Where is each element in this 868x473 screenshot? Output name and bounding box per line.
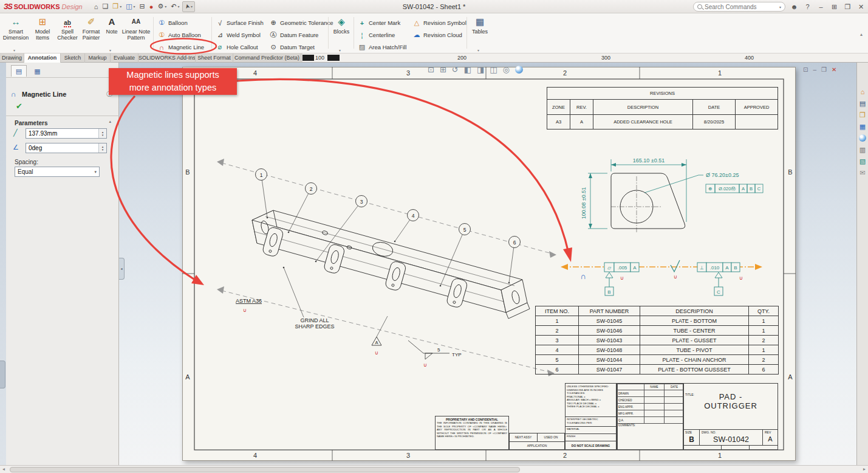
tab-markup[interactable]: Markup bbox=[85, 54, 111, 63]
angle-spinner[interactable]: ▴▾ bbox=[98, 143, 106, 153]
hole-callout-button[interactable]: ⌀Hole Callout bbox=[214, 41, 265, 53]
scroll-right-icon[interactable]: ▸ bbox=[863, 466, 866, 472]
chevron-down-icon[interactable]: ▾ bbox=[109, 48, 111, 52]
blocks-button[interactable]: ◈ Blocks bbox=[330, 15, 352, 52]
angle-input[interactable] bbox=[26, 145, 98, 151]
edit-appearance-icon[interactable] bbox=[515, 66, 523, 74]
scroll-left-icon[interactable]: ◂ bbox=[2, 466, 5, 472]
feature-tree-flyout-tab[interactable] bbox=[0, 361, 5, 388]
home-icon: ⌂ bbox=[94, 3, 98, 10]
forum-icon[interactable]: ✉ bbox=[859, 169, 865, 176]
spacing-select[interactable]: Equal ▾ bbox=[15, 167, 100, 177]
revision-symbol-button[interactable]: △Revision Symbol bbox=[411, 17, 468, 29]
tab-command-predictor[interactable]: Command Predictor (Beta) bbox=[233, 54, 301, 63]
zoom-fit-icon[interactable]: ⊡ bbox=[428, 65, 434, 74]
length-input[interactable] bbox=[26, 130, 98, 137]
datum-feature-button[interactable]: ⒶDatum Feature bbox=[267, 29, 335, 41]
tab-sketch[interactable]: Sketch bbox=[61, 54, 85, 63]
design-library-icon[interactable]: ▤ bbox=[859, 100, 866, 107]
viewport-restore-icon[interactable]: ❐ bbox=[821, 66, 827, 73]
area-hatch-button[interactable]: ▨Area Hatch/Fill bbox=[356, 41, 408, 53]
chevron-down-icon[interactable]: ▾ bbox=[477, 48, 479, 52]
hide-show-icon[interactable]: ◎ bbox=[503, 65, 510, 74]
proprietary-body: THE INFORMATION CONTAINED IN THIS DRAWIN… bbox=[437, 421, 507, 438]
rebuild-button[interactable]: ● bbox=[148, 1, 155, 12]
parameters-header[interactable]: Parameters bbox=[15, 120, 47, 126]
revisions-table[interactable]: REVISIONS ZONE REV. DESCRIPTION DATE APP… bbox=[547, 87, 778, 129]
viewport-minimize-icon[interactable]: – bbox=[813, 66, 816, 73]
save-button[interactable]: ◫▾ bbox=[124, 1, 137, 12]
annotation-callout: Magnetic lines supports more annotation … bbox=[109, 68, 237, 95]
restore-button[interactable]: ❐ bbox=[843, 3, 852, 11]
model-items-button[interactable]: ⊞ Model Items bbox=[30, 15, 55, 52]
panel-collapse-tab[interactable]: ◂ bbox=[119, 258, 125, 280]
search-input[interactable] bbox=[705, 4, 776, 10]
resources-icon[interactable]: ⌂ bbox=[861, 88, 865, 95]
chevron-down-icon[interactable]: ▾ bbox=[13, 48, 15, 52]
center-mark-button[interactable]: +Center Mark bbox=[356, 17, 408, 29]
options-button[interactable]: ⚙▾ bbox=[155, 1, 168, 12]
weld-symbol-button[interactable]: ⊿Weld Symbol bbox=[214, 29, 265, 41]
bom-table[interactable]: ITEM NO. PART NUMBER DESCRIPTION QTY. 1S… bbox=[535, 306, 779, 375]
horizontal-scrollbar[interactable]: ◂ ▸ bbox=[0, 465, 868, 473]
close-button[interactable]: ✕ bbox=[856, 3, 866, 11]
custom-properties-icon[interactable]: ▥ bbox=[859, 146, 866, 153]
view-orientation-icon[interactable]: ◨ bbox=[477, 65, 484, 74]
new-document-button[interactable]: ❏ bbox=[100, 1, 110, 12]
tolerance-group: ⊕Geometric Tolerance ⒶDatum Feature ⊙Dat… bbox=[267, 17, 335, 54]
surface-finish-button[interactable]: √Surface Finish bbox=[214, 17, 265, 29]
appearances-icon[interactable] bbox=[859, 134, 866, 142]
format-painter-button[interactable]: ✐ Format Painter bbox=[79, 15, 103, 52]
magnetic-line-button[interactable]: ∩Magnetic Line bbox=[155, 41, 206, 53]
note-button[interactable]: A Note bbox=[103, 15, 120, 52]
select-tool-button[interactable]: ➤▾ bbox=[182, 1, 195, 12]
auto-balloon-button[interactable]: ①Auto Balloon bbox=[155, 29, 206, 41]
ribbon-collapse-icon[interactable]: ▴ bbox=[860, 32, 863, 37]
spell-checker-button[interactable]: ab Spell Checker bbox=[56, 15, 79, 52]
pin-icon[interactable]: ⊡ bbox=[803, 66, 808, 73]
tab-solidworks-addins[interactable]: SOLIDWORKS Add-Ins bbox=[138, 54, 196, 63]
previous-view-icon[interactable]: ↺ bbox=[452, 65, 459, 74]
home-button[interactable]: ⌂ bbox=[92, 1, 100, 12]
user-account-icon[interactable]: ☻ bbox=[790, 3, 799, 10]
viewport-close-icon[interactable]: ✕ bbox=[832, 66, 836, 73]
zoom-area-icon[interactable]: ⊞ bbox=[440, 65, 446, 74]
balloon-button[interactable]: ①Balloon bbox=[155, 17, 206, 29]
chevron-down-icon[interactable]: ▾ bbox=[339, 48, 341, 52]
button-label: Note bbox=[103, 29, 120, 35]
open-button[interactable]: ❒▾ bbox=[111, 1, 123, 12]
revision-cloud-button[interactable]: ☁Revision Cloud bbox=[411, 29, 468, 41]
geometric-tolerance-button[interactable]: ⊕Geometric Tolerance bbox=[267, 17, 335, 29]
length-spinner[interactable]: ▴▾ bbox=[98, 129, 106, 138]
window-layout-button[interactable]: ⊞ bbox=[830, 3, 839, 11]
ruler-mark: 400 bbox=[745, 55, 754, 61]
tab-drawing[interactable]: Drawing bbox=[0, 54, 24, 63]
print-button[interactable]: ⊟ bbox=[138, 1, 147, 12]
scrollbar-thumb[interactable] bbox=[10, 467, 520, 472]
file-explorer-icon[interactable]: ❒ bbox=[859, 111, 866, 119]
smart-dimension-button[interactable]: ↔ Smart Dimension bbox=[2, 15, 29, 52]
tab-annotation[interactable]: Annotation bbox=[24, 54, 61, 63]
collapse-icon[interactable]: ▴ bbox=[109, 119, 111, 124]
ok-check-button[interactable]: ✔ bbox=[16, 102, 22, 111]
button-label: Linear Note bbox=[120, 29, 152, 35]
datum-target-button[interactable]: ⊙Datum Target bbox=[267, 41, 335, 53]
addins-icon[interactable]: ▧ bbox=[859, 157, 866, 165]
view-palette-icon[interactable]: ▦ bbox=[859, 123, 866, 130]
tables-button[interactable]: ▦ Tables bbox=[469, 15, 491, 52]
minimize-button[interactable]: – bbox=[816, 3, 825, 10]
tab-sheet-format[interactable]: Sheet Format bbox=[196, 54, 233, 63]
tab-display-manager[interactable]: ▦ bbox=[29, 66, 45, 77]
help-icon[interactable]: ? bbox=[803, 3, 812, 10]
size-label: SIZE bbox=[685, 430, 692, 434]
section-view-icon[interactable]: ◧ bbox=[464, 65, 471, 74]
centerline-button[interactable]: ¦Centerline bbox=[356, 29, 408, 41]
display-style-icon[interactable]: ◫ bbox=[490, 65, 497, 74]
tab-property-manager[interactable]: ▤ bbox=[11, 65, 27, 77]
linear-note-pattern-button[interactable]: AA Linear Note Pattern bbox=[120, 15, 152, 52]
tab-evaluate[interactable]: Evaluate bbox=[111, 54, 138, 63]
brand-name: SOLIDWORKS bbox=[14, 3, 60, 10]
undo-button[interactable]: ↶▾ bbox=[169, 1, 181, 12]
search-commands-box[interactable]: ▾ bbox=[693, 2, 785, 12]
magnetic-line-icon: ∩ bbox=[157, 44, 166, 51]
